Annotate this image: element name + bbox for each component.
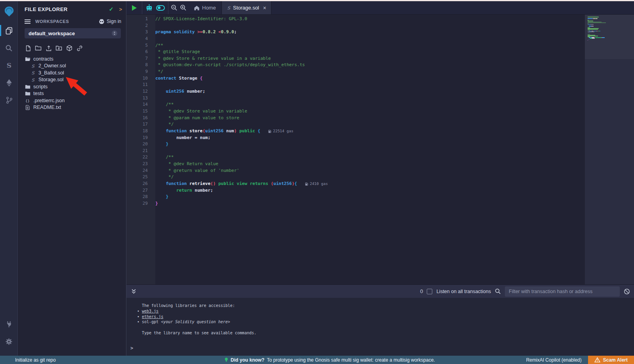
link-icon[interactable] — [76, 45, 83, 51]
line-number: 14 — [126, 101, 155, 108]
upload-folder-icon[interactable] — [55, 45, 62, 51]
remix-logo[interactable] — [0, 1, 18, 22]
zoom-in-button[interactable] — [180, 4, 187, 11]
code-line-3[interactable]: pragma solidity >=0.8.2 <0.9.0; — [155, 29, 585, 36]
remixai-copilot-button[interactable] — [145, 4, 153, 11]
code-line-21[interactable] — [155, 148, 585, 154]
plug-icon — [5, 320, 13, 328]
code-line-1[interactable]: // SPDX-License-Identifier: GPL-3.0 — [155, 16, 585, 23]
scam-alert-button[interactable]: Scam Alert — [588, 356, 634, 364]
run-script-button[interactable] — [126, 1, 142, 14]
tab-label: Storage.sol — [233, 5, 259, 11]
upload-file-icon[interactable] — [45, 45, 52, 51]
file-explorer-panel: FILE EXPLORER ✓ > WORKSPACES Sign in def… — [18, 1, 126, 356]
code-line-18[interactable]: function store(uint256 num) public {2251… — [155, 128, 585, 135]
code-line-28[interactable]: } — [155, 194, 585, 200]
code-line-15[interactable]: * @dev Store value in variable — [155, 108, 585, 115]
code-line-17[interactable]: */ — [155, 121, 585, 128]
code-line-23[interactable]: * @dev Return value — [155, 161, 585, 168]
panel-chevron-icon[interactable]: > — [119, 6, 122, 12]
code-line-16[interactable]: * @param num value to store — [155, 115, 585, 122]
zoom-out-button[interactable] — [171, 4, 178, 11]
file-name: Storage.sol — [38, 77, 63, 82]
tree-item-readme-txt[interactable]: README.txt — [18, 104, 126, 111]
deploy-run-icon — [6, 79, 13, 87]
play-icon — [132, 5, 137, 11]
workspaces-menu-icon[interactable] — [25, 19, 31, 24]
code-line-20[interactable]: } — [155, 141, 585, 148]
tab-storage-sol[interactable]: S Storage.sol × — [222, 1, 271, 14]
copilot-status[interactable]: RemixAI Copilot (enabled) — [526, 357, 582, 363]
line-number: 18 — [126, 128, 155, 135]
code-line-29[interactable]: } — [155, 200, 585, 207]
code-line-27[interactable]: return number; — [155, 187, 585, 194]
code-line-4[interactable] — [155, 36, 585, 42]
sidebar-item-plugin-manager[interactable] — [0, 315, 18, 333]
code-line-22[interactable]: /** — [155, 154, 585, 161]
tab-home[interactable]: Home — [189, 1, 222, 14]
code-line-8[interactable]: * @custom:dev-run-script ./scripts/deplo… — [155, 62, 585, 69]
line-number: 8 — [126, 62, 155, 69]
terminal[interactable]: The following libraries are accessible:•… — [126, 298, 634, 356]
new-file-icon[interactable] — [25, 45, 31, 51]
code-line-7[interactable]: * @dev Store & retrieve value in a varia… — [155, 55, 585, 62]
code-line-10[interactable]: contract Storage { — [155, 75, 585, 82]
workspace-selector[interactable]: default_workspace — [25, 28, 121, 38]
publish-to-ipfs-icon[interactable] — [66, 45, 73, 51]
solidity-compiler-icon: S — [6, 61, 13, 69]
tip-text: To prototype using the Gnosis safe multi… — [267, 357, 435, 363]
terminal-collapse-button[interactable] — [131, 289, 136, 294]
close-tab-icon[interactable]: × — [263, 5, 266, 11]
terminal-line — [126, 325, 634, 330]
code-line-14[interactable]: /** — [155, 101, 585, 108]
code-line-2[interactable] — [155, 23, 585, 29]
code-editor[interactable]: 1234567891011121314151617181920212223242… — [126, 15, 634, 284]
sidebar-item-search[interactable] — [0, 39, 18, 57]
tree-item-3-ballot-sol[interactable]: S3_Ballot.sol — [18, 69, 126, 76]
status-bar: Initialize as git repo Did you know? To … — [0, 356, 634, 364]
code-line-9[interactable]: */ — [155, 69, 585, 75]
library-link[interactable]: web3.js — [142, 309, 158, 313]
zoom-out-icon — [171, 4, 178, 11]
editor-code-area[interactable]: // SPDX-License-Identifier: GPL-3.0pragm… — [155, 15, 585, 284]
sign-in-button[interactable]: Sign in — [99, 19, 121, 24]
sidebar-item-settings[interactable] — [0, 333, 18, 350]
sidebar-item-solidity-compiler[interactable]: S — [0, 57, 18, 74]
workspaces-label: WORKSPACES — [35, 19, 99, 24]
terminal-output: The following libraries are accessible:•… — [126, 298, 634, 336]
sidebar-item-deploy-and-run[interactable] — [0, 74, 18, 91]
gas-estimate-badge: 22514 gas — [268, 128, 293, 135]
terminal-prompt[interactable]: > — [130, 345, 133, 351]
tree-item--prettierrc-json[interactable]: {}.prettierrc.json — [18, 97, 126, 104]
panel-title: FILE EXPLORER — [25, 6, 109, 12]
svg-text:S: S — [31, 64, 35, 69]
code-line-5[interactable]: /** — [155, 42, 585, 49]
line-number: 4 — [126, 36, 155, 42]
file-explorer-icon — [5, 27, 13, 34]
tree-item-2-owner-sol[interactable]: S2_Owner.sol — [18, 63, 126, 70]
code-line-11[interactable] — [155, 82, 585, 88]
transaction-filter-input[interactable] — [505, 286, 620, 297]
sidebar-item-git[interactable] — [0, 91, 18, 109]
lightbulb-icon — [224, 357, 228, 362]
code-line-12[interactable]: uint256 number; — [155, 88, 585, 95]
new-folder-icon[interactable] — [35, 45, 42, 51]
warning-icon — [594, 357, 600, 362]
library-link[interactable]: ethers.js — [142, 314, 163, 319]
code-line-25[interactable]: */ — [155, 174, 585, 181]
clear-console-icon[interactable] — [624, 288, 630, 295]
folder-icon — [25, 84, 31, 89]
code-line-6[interactable]: * @title Storage — [155, 49, 585, 55]
code-line-19[interactable]: number = num; — [155, 135, 585, 141]
editor-minimap[interactable] — [585, 15, 634, 284]
code-line-13[interactable] — [155, 95, 585, 102]
code-line-26[interactable]: function retrieve() public view returns … — [155, 181, 585, 187]
git-init-button[interactable]: Initialize as git repo — [0, 357, 56, 363]
listen-all-transactions-checkbox[interactable] — [427, 289, 432, 294]
sidebar-item-file-explorer[interactable] — [0, 22, 18, 39]
code-line-24[interactable]: * @return value of 'number' — [155, 168, 585, 174]
copilot-toggle[interactable] — [156, 5, 165, 11]
tree-item-contracts[interactable]: contracts — [18, 55, 126, 63]
line-number: 15 — [126, 108, 155, 115]
tab-label: Home — [202, 5, 216, 11]
